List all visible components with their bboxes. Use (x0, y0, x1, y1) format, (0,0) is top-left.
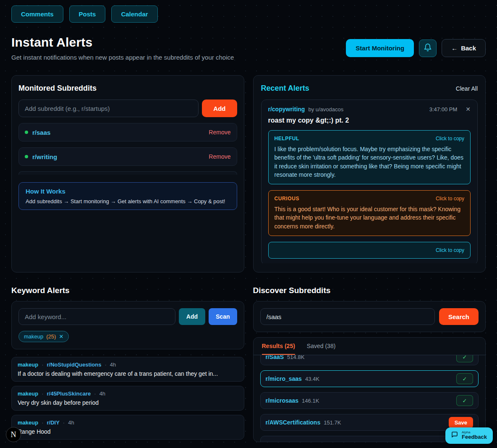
keyword-chip[interactable]: makeup (25) ✕ (18, 331, 69, 342)
scan-button[interactable]: Scan (209, 308, 237, 325)
add-keyword-input[interactable] (18, 308, 175, 325)
comment-tone-badge: CURIOUS (275, 196, 300, 202)
keyword-chip-row: makeup (25) ✕ (18, 331, 237, 342)
speech-bubble-icon (451, 431, 458, 440)
result-meta: makeup · r/45PlusSkincare · 4h (18, 390, 238, 397)
recent-alerts-header: Recent Alerts Clear All (261, 84, 478, 93)
discover-search-input[interactable] (260, 308, 435, 325)
comment-header: CURIOUS Click to copy (275, 196, 465, 202)
active-status-dot (25, 131, 28, 134)
saved-check-button[interactable]: ✓ (456, 355, 473, 362)
ai-comment-partial[interactable]: Click to copy (268, 242, 471, 259)
add-subreddit-button[interactable]: Add (202, 100, 237, 117)
subreddit-name-link[interactable]: r/AWSCertifications (266, 419, 321, 426)
separator-dot: · (42, 419, 43, 426)
ai-comment-helpful[interactable]: HELPFUL Click to copy I like the problem… (268, 130, 471, 184)
alert-close-icon[interactable]: ✕ (466, 106, 471, 113)
result-age: 4h (110, 362, 116, 368)
keyword-results-list: makeup · r/NoStupidQuestions · 4h If a d… (11, 357, 244, 440)
result-subreddit-link[interactable]: r/NoStupidQuestions (47, 362, 101, 368)
top-navigation: Comments Posts Calendar (11, 5, 486, 23)
keyword-result-card[interactable]: makeup · r/NoStupidQuestions · 4h If a d… (11, 357, 244, 382)
how-it-works-title: How It Works (26, 188, 230, 195)
check-icon: ✓ (463, 398, 467, 404)
start-monitoring-button[interactable]: Start Monitoring (346, 39, 414, 57)
keyword-alerts-title: Keyword Alerts (11, 286, 244, 295)
discover-search-panel: Search (253, 301, 486, 332)
nav-comments-button[interactable]: Comments (11, 5, 63, 23)
click-to-copy-label[interactable]: Click to copy (436, 196, 464, 202)
search-button[interactable]: Search (439, 308, 479, 325)
discover-tabs: Results (25) Saved (38) (254, 338, 486, 355)
keyword-result-card[interactable]: makeup · r/DIY · 4h Range Hood (11, 415, 244, 440)
comment-header: HELPFUL Click to copy (275, 136, 465, 141)
page: Comments Posts Calendar Instant Alerts G… (0, 0, 497, 442)
alert-subreddit-link[interactable]: r/copywriting (268, 106, 305, 113)
separator-dot: · (105, 362, 106, 368)
matched-keyword: makeup (18, 419, 38, 426)
alert-header: r/copywriting by u/avodacos 3:47:00 PM ✕ (268, 106, 471, 113)
add-keyword-button[interactable]: Add (179, 308, 205, 325)
keyword-alerts-panel: Add Scan makeup (25) ✕ (11, 301, 244, 349)
alert-author: by u/avodacos (308, 106, 343, 113)
brand-logo[interactable]: N (6, 427, 21, 442)
saved-check-button[interactable]: ✓ (456, 395, 473, 406)
subreddit-members: 146.1K (302, 398, 319, 404)
save-subreddit-button[interactable]: Save (449, 417, 473, 428)
clear-all-button[interactable]: Clear All (456, 85, 478, 92)
remove-subreddit-button[interactable]: Remove (209, 129, 230, 136)
subreddit-name-link[interactable]: r/SaaS (266, 355, 284, 360)
discover-results-panel: Results (25) Saved (38) r/SaaS 514.8K ✓ … (253, 337, 486, 442)
ai-comment-curious[interactable]: CURIOUS Click to copy This is a good sta… (268, 190, 471, 236)
feedback-label-stack: Alpha Feedback (462, 430, 487, 440)
tab-results[interactable]: Results (25) (262, 343, 295, 355)
matched-keyword: makeup (18, 362, 38, 368)
subreddit-row: r/microsaas 146.1K ✓ (260, 392, 479, 409)
result-age: 4h (99, 390, 105, 397)
discover-subreddits-section: Discover Subreddits Search Results (25) … (253, 286, 486, 442)
remove-subreddit-button[interactable]: Remove (209, 153, 230, 160)
monitored-subreddits-title: Monitored Subreddits (18, 84, 237, 93)
nav-calendar-button[interactable]: Calendar (111, 5, 157, 23)
click-to-copy-label[interactable]: Click to copy (436, 247, 464, 253)
result-subreddit-link[interactable]: r/DIY (47, 419, 59, 426)
add-subreddit-input[interactable] (18, 100, 199, 117)
monitored-subreddits-panel: Monitored Subreddits Add r/saas Remove r… (11, 75, 244, 272)
result-post-title: Range Hood (18, 428, 238, 435)
alerts-scroll-area[interactable]: r/copywriting by u/avodacos 3:47:00 PM ✕… (261, 100, 478, 263)
nav-posts-button[interactable]: Posts (69, 5, 106, 23)
back-label: Back (461, 45, 476, 52)
back-button[interactable]: ← Back (442, 39, 486, 57)
saved-check-button[interactable]: ✓ (456, 373, 473, 384)
comment-header: Click to copy (275, 247, 465, 253)
separator-dot: · (94, 390, 96, 397)
result-subreddit-link[interactable]: r/45PlusSkincare (47, 390, 91, 397)
subreddit-name-link[interactable]: r/microsaas (266, 397, 299, 404)
alert-timestamp: 3:47:00 PM (429, 106, 458, 113)
separator-dot: · (42, 362, 43, 368)
subreddit-row: r/AWSCertifications 151.7K Save (260, 414, 479, 431)
recent-alerts-panel: Recent Alerts Clear All r/copywriting by… (253, 75, 486, 272)
how-it-works-box: How It Works Add subreddits → Start moni… (18, 182, 237, 210)
tab-saved[interactable]: Saved (38) (307, 343, 335, 355)
keyword-alerts-section: Keyword Alerts Add Scan makeup (25) ✕ (11, 286, 244, 440)
brand-logo-letter: N (11, 430, 16, 439)
subreddit-name-link[interactable]: r/micro_saas (266, 375, 302, 382)
feedback-label: Feedback (462, 434, 487, 440)
subreddit-row: r/micro_saas 43.4K ✓ (260, 370, 479, 387)
comment-text: I like the problem/solution focus. Maybe… (275, 145, 465, 179)
feedback-button[interactable]: Alpha Feedback (445, 427, 493, 444)
recent-alerts-title: Recent Alerts (261, 84, 309, 93)
chip-remove-icon[interactable]: ✕ (59, 333, 63, 340)
bell-icon (424, 43, 432, 53)
notifications-bell-button[interactable] (419, 39, 437, 57)
subreddit-members: 43.4K (305, 376, 319, 382)
subreddit-name: r/saas (32, 129, 50, 136)
add-subreddit-row: Add (18, 100, 237, 117)
subreddit-row: r/SaaS 514.8K ✓ (260, 355, 479, 365)
check-icon: ✓ (463, 376, 467, 382)
header-text: Instant Alerts Get instant notifications… (11, 35, 234, 61)
alert-post-title: roast my copy &gt;:) pt. 2 (268, 117, 471, 124)
keyword-result-card[interactable]: makeup · r/45PlusSkincare · 4h Very dry … (11, 386, 244, 411)
click-to-copy-label[interactable]: Click to copy (436, 136, 464, 141)
